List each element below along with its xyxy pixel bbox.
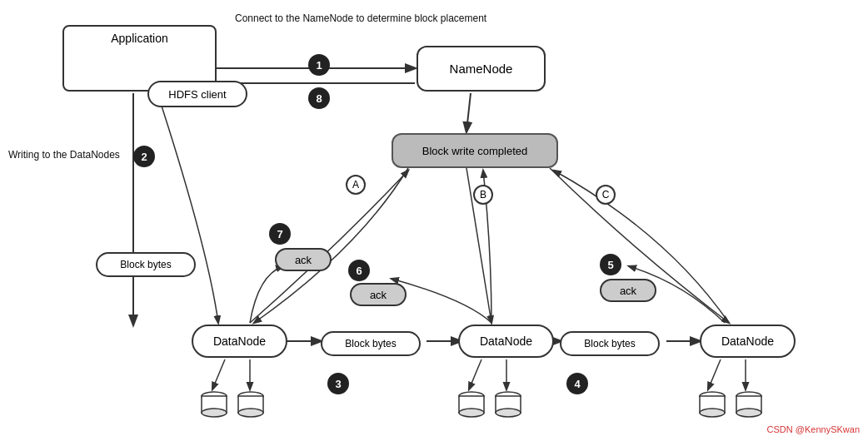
block-write-box: Block write completed (392, 133, 558, 168)
namenode-box: NameNode (417, 46, 546, 92)
datanode1-box: DataNode (192, 325, 287, 358)
hdfs-client-label: HDFS client (168, 88, 226, 101)
datanode1-label: DataNode (213, 334, 266, 348)
block-bytes1-pill: Block bytes (96, 252, 196, 277)
cylinder-dn1-2 (235, 389, 267, 421)
datanode3-box: DataNode (700, 325, 796, 358)
cylinder-dn3-2 (733, 389, 765, 421)
svg-point-22 (459, 409, 484, 417)
svg-point-28 (700, 409, 725, 417)
ack7-pill: ack (275, 248, 332, 271)
watermark: CSDN @KennySKwan (767, 424, 860, 434)
diagram: Application HDFS client NameNode Block w… (0, 0, 868, 441)
application-box: Application HDFS client (62, 25, 217, 92)
cylinder-dn2-1 (456, 389, 487, 421)
cylinder-dn3-1 (696, 389, 728, 421)
svg-point-19 (238, 409, 263, 417)
block-bytes3-label: Block bytes (584, 338, 635, 349)
badge-1: 1 (308, 54, 330, 76)
badge-7: 7 (269, 223, 291, 245)
badge-3: 3 (327, 373, 349, 394)
svg-line-8 (212, 359, 225, 389)
datanode2-box: DataNode (458, 325, 554, 358)
svg-line-10 (469, 359, 481, 389)
writing-datanodes-label: Writing to the DataNodes (8, 148, 120, 162)
block-bytes2-label: Block bytes (345, 338, 396, 349)
circle-a: A (346, 175, 366, 195)
datanode2-label: DataNode (480, 334, 532, 348)
badge-5: 5 (600, 254, 621, 275)
block-write-label: Block write completed (422, 145, 527, 157)
ack5-label: ack (620, 285, 636, 297)
circle-c: C (596, 185, 616, 205)
badge-6: 6 (348, 260, 370, 281)
application-label: Application (111, 32, 168, 45)
svg-point-31 (736, 409, 761, 417)
hdfs-client-box: HDFS client (147, 81, 247, 107)
connect-namenode-label: Connect to the NameNode to determine blo… (235, 12, 486, 26)
ack6-pill: ack (350, 283, 407, 306)
block-bytes2-pill: Block bytes (321, 331, 421, 356)
ack6-label: ack (370, 289, 387, 301)
circle-b: B (473, 185, 493, 205)
badge-8: 8 (308, 87, 330, 109)
namenode-label: NameNode (450, 62, 513, 76)
cylinder-dn1-1 (198, 389, 230, 421)
datanode3-label: DataNode (721, 334, 774, 348)
block-bytes3-pill: Block bytes (560, 331, 660, 356)
block-bytes1-label: Block bytes (120, 259, 171, 270)
badge-4: 4 (566, 373, 588, 394)
cylinder-dn2-2 (492, 389, 524, 421)
badge-2: 2 (133, 146, 155, 167)
ack7-label: ack (295, 254, 312, 266)
svg-point-16 (202, 409, 227, 417)
svg-line-7 (466, 93, 471, 131)
ack5-pill: ack (600, 279, 656, 302)
svg-point-25 (496, 409, 521, 417)
svg-line-12 (708, 359, 721, 389)
